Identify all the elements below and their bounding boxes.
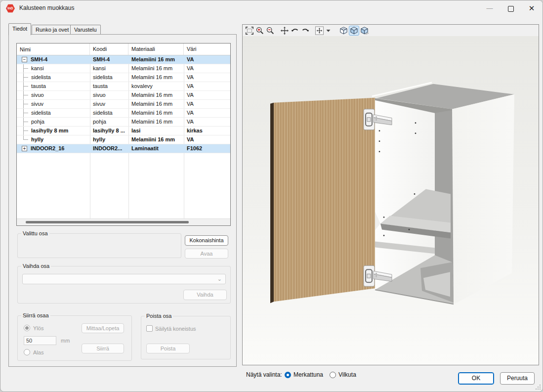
column-header-vari[interactable]: Väri (184, 44, 230, 55)
zoom-in-icon (255, 26, 264, 35)
cell-nimi: lasihylly 8 mm (17, 127, 90, 135)
move-part-label: Siirrä osaa (21, 312, 50, 318)
open-button[interactable]: Avaa (185, 249, 228, 259)
table-row[interactable]: sivuvsivuvMelamiini 16 mmVA (17, 100, 230, 109)
column-header-nimi[interactable]: Nimi (17, 44, 90, 55)
replace-part-combobox[interactable]: ⌄ (22, 274, 226, 284)
move-down-radio[interactable] (24, 349, 30, 355)
part-code: pohja (90, 118, 128, 126)
view-solid-button[interactable] (359, 26, 370, 36)
part-name: sivuv (31, 100, 43, 108)
zoom-selection-icon (315, 26, 324, 36)
part-name: kansi (31, 64, 44, 73)
table-row[interactable]: +INDOOR2_16INDOOR2...LaminaatitF1062 (17, 144, 230, 153)
cell-nimi: sivuv (17, 100, 90, 108)
part-code: hylly (90, 135, 128, 144)
tab-runko-ja-ovet[interactable]: Runko ja ovet (32, 25, 73, 35)
column-header-materiaali[interactable]: Materiaali (128, 44, 184, 55)
part-color: VA (184, 82, 230, 90)
tree-connector-icon (23, 127, 30, 135)
table-row[interactable]: kansikansiMelamiini 16 mmVA (17, 64, 230, 73)
resize-grip[interactable] (536, 385, 541, 390)
table-row[interactable]: sivuosivuoMelamiini 16 mmVA (17, 91, 230, 100)
part-color: VA (184, 100, 230, 108)
marked-radio[interactable] (285, 372, 291, 378)
part-name: pohja (31, 118, 44, 126)
table-row[interactable]: lasihylly 8 mmlasihylly 8 ...lasikirkas (17, 127, 230, 135)
part-code: lasihylly 8 ... (90, 127, 128, 135)
tab-varustelu[interactable]: Varustelu (70, 25, 101, 35)
part-material: lasi (128, 127, 184, 135)
table-row[interactable]: sidelistasidelistaMelamiini 16 mmVA (17, 73, 230, 82)
tab-page: Nimi Koodi Materiaali Väri −SMH-4SMH-4Me… (8, 34, 237, 367)
keep-machining-checkbox[interactable] (146, 325, 153, 332)
scrollbar-thumb[interactable] (26, 221, 189, 223)
dropdown-caret-icon (326, 29, 331, 32)
cell-nimi: pohja (17, 118, 90, 126)
tree-connector-icon (23, 64, 30, 73)
zoom-out-button[interactable] (265, 26, 275, 36)
part-color: F1062 (184, 144, 230, 153)
delete-part-group: Poista osa Säilytä koneistus Poista (141, 316, 231, 359)
cell-nimi: +INDOOR2_16 (17, 144, 90, 153)
collapse-icon[interactable]: − (22, 57, 27, 62)
zoom-selection-button[interactable] (314, 26, 325, 36)
part-color: VA (184, 109, 230, 117)
pan-button[interactable] (279, 26, 290, 36)
table-row[interactable]: taustataustakovalevyVA (17, 82, 230, 91)
blink-radio[interactable] (330, 372, 336, 378)
unit-label: mm (61, 338, 70, 344)
rotate-right-button[interactable] (300, 26, 310, 36)
table-body: −SMH-4SMH-4Melamiini 16 mmVAkansikansiMe… (17, 55, 230, 220)
total-price-button[interactable]: Kokonaishinta (185, 235, 228, 246)
table-row[interactable]: −SMH-4SMH-4Melamiini 16 mmVA (17, 55, 230, 64)
distance-input[interactable] (24, 336, 56, 345)
move-up-radio[interactable] (24, 325, 30, 331)
move-up-label: Ylös (33, 325, 43, 331)
part-name: sidelista (31, 73, 51, 82)
part-color: VA (184, 55, 230, 64)
measure-button[interactable]: Mittaa/Lopeta (82, 323, 124, 333)
table-row[interactable]: hyllyhyllyMelamiini 16 mmVA (17, 135, 230, 144)
maximize-icon (508, 6, 514, 12)
rotate-left-button[interactable] (290, 26, 300, 36)
horizontal-scrollbar[interactable] (17, 218, 230, 225)
part-name: lasihylly 8 mm (31, 127, 68, 135)
zoom-in-button[interactable] (254, 26, 265, 36)
expand-icon[interactable]: + (22, 146, 27, 151)
part-code: sidelista (90, 109, 128, 117)
cell-nimi: tausta (17, 82, 90, 90)
cancel-button[interactable]: Peruuta (500, 372, 535, 385)
maximize-button[interactable] (503, 0, 518, 16)
3d-viewport[interactable] (243, 36, 539, 365)
ok-button[interactable]: OK (458, 372, 494, 385)
view-dropdown-button[interactable] (325, 26, 332, 36)
part-color: VA (184, 64, 230, 73)
column-header-koodi[interactable]: Koodi (90, 44, 128, 55)
tree-connector-icon (23, 82, 30, 90)
delete-button[interactable]: Poista (146, 344, 190, 353)
part-color: VA (184, 135, 230, 144)
table-row[interactable]: sidelistasidelistaMelamiini 16 mmVA (17, 109, 230, 118)
tab-tiedot[interactable]: Tiedot (8, 23, 31, 35)
zoom-extents-button[interactable] (244, 26, 254, 36)
close-button[interactable]: ✕ (524, 0, 539, 16)
parts-table: Nimi Koodi Materiaali Väri −SMH-4SMH-4Me… (16, 43, 231, 226)
part-material: Melamiini 16 mm (128, 109, 184, 117)
part-material: Melamiini 16 mm (128, 91, 184, 99)
part-name: tausta (31, 82, 46, 90)
part-code: tausta (90, 82, 128, 90)
replace-button[interactable]: Vaihda (183, 290, 227, 300)
part-code: sivuv (90, 100, 128, 108)
view-wireframe-button[interactable] (338, 26, 349, 36)
move-button[interactable]: Siirrä (82, 344, 124, 353)
part-code: INDOOR2... (90, 144, 128, 153)
title-bar[interactable]: InD Kalusteen muokkaus — ✕ (0, 0, 543, 16)
blink-label: Vilkuta (338, 371, 356, 378)
table-row[interactable]: pohjapohjaMelamiini 16 mmVA (17, 118, 230, 127)
table-header[interactable]: Nimi Koodi Materiaali Väri (17, 44, 230, 55)
view-shaded-button[interactable] (349, 26, 359, 36)
cell-nimi: sidelista (17, 73, 90, 82)
part-code: sidelista (90, 73, 128, 82)
minimize-button[interactable]: — (482, 0, 497, 16)
